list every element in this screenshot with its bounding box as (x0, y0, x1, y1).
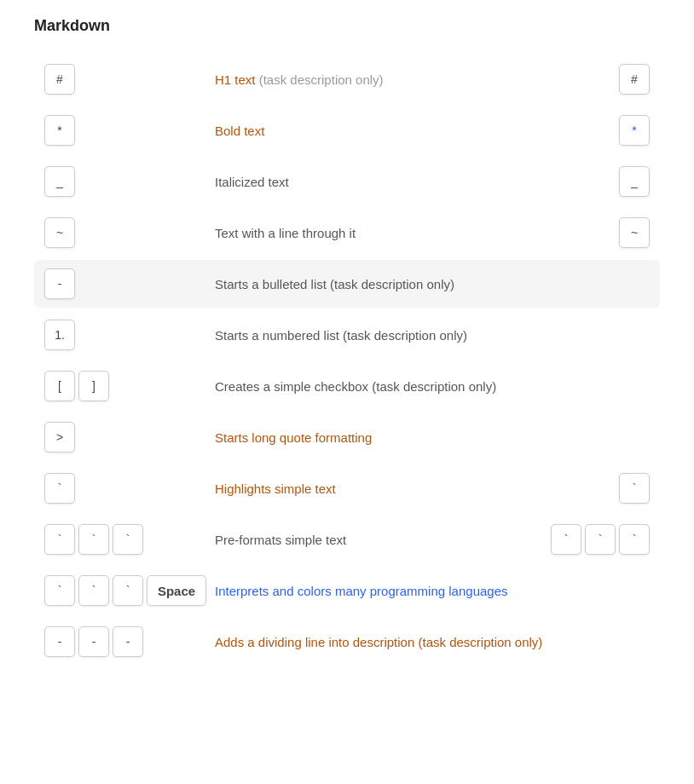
row-divider: ---Adds a dividing line into description… (34, 618, 660, 666)
key-highlight[interactable]: ` (44, 473, 75, 504)
keys-right-bold: * (619, 115, 650, 146)
keys-left-highlight: ` (44, 473, 215, 504)
keys-left-numbered: 1. (44, 320, 215, 350)
key-divider[interactable]: - (113, 626, 143, 657)
description-lang: Interprets and colors many programming l… (215, 584, 650, 598)
keys-left-preformat: ``` (44, 524, 215, 555)
key-right-strikethrough[interactable]: ~ (619, 217, 650, 248)
description-checkbox: Creates a simple checkbox (task descript… (215, 379, 650, 394)
key-lang[interactable]: ` (78, 575, 109, 606)
page-title: Markdown (34, 17, 660, 35)
key-lang[interactable]: ` (44, 575, 75, 606)
key-strikethrough[interactable]: ~ (44, 217, 75, 248)
keys-left-bulleted: - (44, 268, 215, 299)
row-strikethrough: ~Text with a line through it~ (34, 209, 660, 257)
description-bulleted: Starts a bulleted list (task description… (215, 277, 650, 291)
keys-right-strikethrough: ~ (619, 217, 650, 248)
row-checkbox: []Creates a simple checkbox (task descri… (34, 362, 660, 410)
keys-left-lang: ```Space (44, 575, 215, 606)
description-bold: Bold text (215, 124, 612, 138)
row-numbered: 1.Starts a numbered list (task descripti… (34, 311, 660, 359)
key-h1[interactable]: # (44, 64, 75, 95)
key-right-preformat[interactable]: ` (585, 524, 616, 555)
key-italic[interactable]: _ (44, 166, 75, 197)
keys-right-italic: _ (619, 166, 650, 197)
row-italic: _Italicized text_ (34, 158, 660, 205)
row-preformat: ```Pre-formats simple text``` (34, 516, 660, 563)
key-right-italic[interactable]: _ (619, 166, 650, 197)
key-divider[interactable]: - (78, 626, 109, 657)
row-bulleted: -Starts a bulleted list (task descriptio… (34, 260, 660, 308)
description-numbered: Starts a numbered list (task description… (215, 328, 650, 343)
description-blockquote: Starts long quote formatting (215, 430, 650, 445)
keys-left-blockquote: > (44, 422, 215, 453)
row-lang: ```SpaceInterprets and colors many progr… (34, 567, 660, 614)
description-highlight: Highlights simple text (215, 481, 612, 496)
row-bold: *Bold text* (34, 107, 660, 154)
keys-left-bold: * (44, 115, 215, 146)
keys-left-italic: _ (44, 166, 215, 197)
key-bulleted[interactable]: - (44, 268, 75, 299)
keys-right-preformat: ``` (551, 524, 650, 555)
key-lang[interactable]: Space (147, 575, 206, 606)
key-checkbox[interactable]: [ (44, 371, 75, 401)
key-right-preformat[interactable]: ` (619, 524, 650, 555)
keys-right-highlight: ` (619, 473, 650, 504)
keys-left-checkbox: [] (44, 371, 215, 401)
description-preformat: Pre-formats simple text (215, 533, 544, 547)
description-divider: Adds a dividing line into description (t… (215, 635, 650, 649)
keys-left-strikethrough: ~ (44, 217, 215, 248)
key-right-bold[interactable]: * (619, 115, 650, 146)
key-checkbox[interactable]: ] (78, 371, 109, 401)
row-highlight: `Highlights simple text` (34, 464, 660, 512)
keys-left-divider: --- (44, 626, 215, 657)
key-right-highlight[interactable]: ` (619, 473, 650, 504)
key-divider[interactable]: - (44, 626, 75, 657)
description-italic: Italicized text (215, 175, 612, 189)
row-blockquote: >Starts long quote formatting (34, 413, 660, 461)
key-preformat[interactable]: ` (78, 524, 109, 555)
key-bold[interactable]: * (44, 115, 75, 146)
key-numbered[interactable]: 1. (44, 320, 75, 350)
key-right-preformat[interactable]: ` (551, 524, 581, 555)
key-preformat[interactable]: ` (113, 524, 143, 555)
key-blockquote[interactable]: > (44, 422, 75, 453)
keys-left-h1: # (44, 64, 215, 95)
key-preformat[interactable]: ` (44, 524, 75, 555)
markdown-rows: #H1 text (task description only)#*Bold t… (34, 55, 660, 666)
description-h1: H1 text (task description only) (215, 72, 612, 87)
keys-right-h1: # (619, 64, 650, 95)
suffix-h1: (task description only) (259, 72, 384, 87)
description-strikethrough: Text with a line through it (215, 226, 612, 240)
key-right-h1[interactable]: # (619, 64, 650, 95)
key-lang[interactable]: ` (113, 575, 143, 606)
row-h1: #H1 text (task description only)# (34, 55, 660, 103)
